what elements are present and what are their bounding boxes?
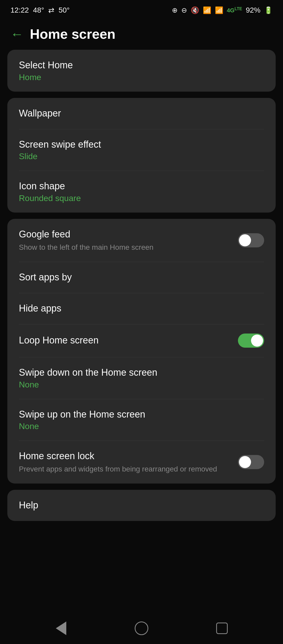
battery-icon: 🔋	[264, 6, 273, 14]
toggle-home-screen-lock[interactable]	[238, 455, 264, 469]
setting-label-home-screen-lock: Home screen lock	[19, 450, 238, 462]
nav-back-button[interactable]	[51, 618, 72, 639]
setting-sublabel-google-feed: Show to the left of the main Home screen	[19, 242, 238, 252]
setting-label-hide-apps: Hide apps	[19, 302, 264, 315]
setting-label-sort-apps-by: Sort apps by	[19, 271, 264, 284]
page-title: Home screen	[30, 26, 116, 42]
nav-recents-button[interactable]	[211, 618, 232, 639]
signal-icon: 📶	[215, 6, 223, 14]
toggle-loop-home-screen[interactable]	[238, 334, 264, 348]
setting-value-select-home: Home	[19, 73, 264, 82]
status-left: 12:22 48° ⇄ 50°	[10, 6, 70, 15]
toggle-knob-home-screen-lock	[239, 456, 251, 468]
setting-value-swipe-down: None	[19, 380, 264, 390]
battery-percentage: 92%	[246, 6, 260, 14]
back-triangle-icon	[56, 621, 66, 635]
setting-text-hide-apps: Hide apps	[19, 302, 264, 315]
setting-label-google-feed: Google feed	[19, 228, 238, 241]
minus-circle-icon: ⊖	[181, 6, 187, 14]
setting-label-icon-shape: Icon shape	[19, 180, 264, 192]
mute-icon: 🔇	[191, 6, 199, 14]
setting-label-help: Help	[19, 499, 264, 512]
time: 12:22	[10, 6, 29, 14]
setting-swipe-down[interactable]: Swipe down on the Home screen None	[7, 357, 276, 399]
setting-text-swipe-down: Swipe down on the Home screen None	[19, 367, 264, 390]
card-display: Wallpaper Screen swipe effect Slide Icon…	[7, 98, 276, 213]
setting-text-select-home: Select Home Home	[19, 59, 264, 82]
setting-sublabel-home-screen-lock: Prevent apps and widgets from being rear…	[19, 464, 238, 474]
toggle-knob-loop-home-screen	[251, 335, 263, 347]
recents-square-icon	[216, 623, 228, 634]
setting-text-wallpaper: Wallpaper	[19, 107, 264, 120]
setting-label-wallpaper: Wallpaper	[19, 107, 264, 120]
back-button[interactable]: ←	[10, 27, 24, 41]
setting-screen-swipe-effect[interactable]: Screen swipe effect Slide	[7, 129, 276, 171]
setting-label-swipe-up: Swipe up on the Home screen	[19, 408, 264, 421]
setting-text-sort-apps-by: Sort apps by	[19, 271, 264, 284]
lte-icon: 4GLTE	[227, 7, 242, 14]
setting-label-screen-swipe-effect: Screen swipe effect	[19, 138, 264, 151]
card-select-home: Select Home Home	[7, 50, 276, 92]
setting-value-swipe-up: None	[19, 421, 264, 431]
setting-text-help: Help	[19, 499, 264, 512]
setting-text-swipe-up: Swipe up on the Home screen None	[19, 408, 264, 431]
setting-icon-shape[interactable]: Icon shape Rounded square	[7, 171, 276, 213]
nav-home-button[interactable]	[131, 618, 152, 639]
setting-label-swipe-down: Swipe down on the Home screen	[19, 367, 264, 379]
setting-sort-apps-by[interactable]: Sort apps by	[7, 262, 276, 293]
content-area: Select Home Home Wallpaper Screen swipe …	[0, 50, 283, 564]
setting-google-feed[interactable]: Google feed Show to the left of the main…	[7, 219, 276, 262]
setting-hide-apps[interactable]: Hide apps	[7, 293, 276, 324]
setting-value-screen-swipe-effect: Slide	[19, 152, 264, 161]
card-help: Help	[7, 490, 276, 521]
home-circle-icon	[135, 621, 148, 635]
setting-text-google-feed: Google feed Show to the left of the main…	[19, 228, 238, 252]
nav-bar	[0, 613, 283, 644]
setting-home-screen-lock[interactable]: Home screen lock Prevent apps and widget…	[7, 441, 276, 484]
setting-text-home-screen-lock: Home screen lock Prevent apps and widget…	[19, 450, 238, 474]
nav-icon-status: ⇄	[48, 6, 54, 15]
setting-help[interactable]: Help	[7, 490, 276, 521]
temp2: 50°	[58, 6, 69, 14]
toggle-knob-google-feed	[239, 234, 251, 246]
toggle-google-feed[interactable]	[238, 233, 264, 247]
status-right: ⊕ ⊖ 🔇 📶 📶 4GLTE 92% 🔋	[172, 6, 273, 14]
add-circle-icon: ⊕	[172, 6, 178, 14]
setting-text-screen-swipe-effect: Screen swipe effect Slide	[19, 138, 264, 162]
setting-label-loop-home-screen: Loop Home screen	[19, 334, 238, 347]
temp1: 48°	[33, 6, 44, 14]
status-bar: 12:22 48° ⇄ 50° ⊕ ⊖ 🔇 📶 📶 4GLTE 92% 🔋	[0, 0, 283, 18]
card-misc: Google feed Show to the left of the main…	[7, 219, 276, 484]
setting-select-home[interactable]: Select Home Home	[7, 50, 276, 92]
wifi-icon: 📶	[203, 6, 211, 14]
page-header: ← Home screen	[0, 18, 283, 50]
setting-loop-home-screen[interactable]: Loop Home screen	[7, 324, 276, 357]
setting-label-select-home: Select Home	[19, 59, 264, 71]
setting-text-icon-shape: Icon shape Rounded square	[19, 180, 264, 203]
setting-text-loop-home-screen: Loop Home screen	[19, 334, 238, 347]
setting-swipe-up[interactable]: Swipe up on the Home screen None	[7, 399, 276, 441]
setting-value-icon-shape: Rounded square	[19, 193, 264, 203]
setting-wallpaper[interactable]: Wallpaper	[7, 98, 276, 129]
